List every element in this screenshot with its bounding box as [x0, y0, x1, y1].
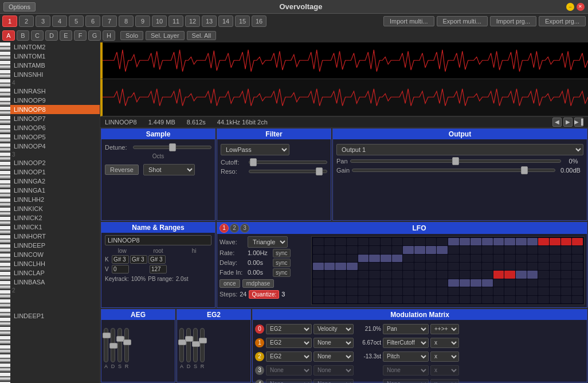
num-tab-16[interactable]: 16 — [252, 15, 266, 27]
lfo-cell[interactable] — [335, 255, 346, 262]
fadein-sync-button[interactable]: sync — [273, 268, 291, 277]
lfo-cell[interactable] — [381, 246, 391, 253]
num-tab-1[interactable]: 1 — [2, 15, 17, 27]
mod-1-dest[interactable]: FilterCutoff — [383, 338, 429, 348]
instrument-item[interactable]: LINNICK2 — [10, 213, 100, 222]
mod-3-modsource[interactable]: None — [313, 365, 354, 376]
lfo-cell[interactable] — [538, 271, 549, 278]
lfo-cell[interactable] — [460, 279, 471, 287]
lfo-cell[interactable] — [471, 296, 481, 303]
lfo-cell[interactable] — [403, 255, 414, 262]
lfo-cell[interactable] — [313, 238, 324, 245]
lfo-cell[interactable] — [347, 296, 358, 303]
lfo-cell[interactable] — [313, 296, 324, 303]
mod-0-modsource[interactable]: Velocity — [313, 324, 354, 334]
lfo-cell[interactable] — [335, 238, 346, 245]
lfo-cell[interactable] — [471, 279, 481, 287]
lfo-cell[interactable] — [482, 255, 493, 262]
lfo-cell[interactable] — [358, 271, 369, 278]
lfo-cell[interactable] — [516, 287, 527, 295]
rate-sync-button[interactable]: sync — [273, 249, 291, 257]
mod-2-destmod[interactable]: x — [430, 351, 459, 362]
gain-slider[interactable] — [352, 169, 555, 172]
lfo-cell[interactable] — [561, 255, 572, 262]
mod-1-destmod[interactable]: x — [430, 338, 459, 348]
lfo-cell[interactable] — [448, 296, 459, 303]
num-tab-6[interactable]: 6 — [85, 15, 100, 27]
lfo-cell[interactable] — [561, 287, 572, 295]
lfo-cell[interactable] — [448, 238, 459, 245]
lfo-cell[interactable] — [482, 279, 493, 287]
output-select[interactable]: Output 1 — [336, 144, 583, 155]
options-button[interactable]: Options — [3, 2, 36, 11]
import-multi-button[interactable]: Import multi... — [383, 16, 434, 26]
lfo-cell[interactable] — [516, 246, 527, 253]
lfo-cell[interactable] — [504, 263, 515, 270]
eg2-sustain-slider[interactable] — [193, 328, 198, 362]
lfo-cell[interactable] — [448, 287, 459, 295]
lfo-cell[interactable] — [504, 279, 515, 287]
lfo-cell[interactable] — [538, 255, 549, 262]
lfo-cell[interactable] — [493, 287, 504, 295]
pan-slider[interactable] — [350, 159, 561, 163]
lfo-cell[interactable] — [426, 279, 437, 287]
aeg-decay-slider[interactable] — [111, 328, 115, 362]
lfo-cell[interactable] — [358, 296, 369, 303]
lfo-cell[interactable] — [392, 255, 403, 262]
lfo-cell[interactable] — [358, 279, 369, 287]
lfo-cell[interactable] — [403, 287, 414, 295]
lfo-cell[interactable] — [335, 296, 346, 303]
instrument-item[interactable]: LINNBASA — [10, 278, 100, 287]
lfo-cell[interactable] — [347, 263, 358, 270]
lfo-cell[interactable] — [550, 263, 560, 270]
lfo-cell[interactable] — [392, 271, 403, 278]
mod-3-dest[interactable]: None — [383, 365, 429, 376]
lfo-cell[interactable] — [392, 238, 403, 245]
lfo-cell[interactable] — [448, 255, 459, 262]
aeg-release-slider[interactable] — [124, 328, 129, 362]
letter-tab-e[interactable]: E — [60, 30, 72, 41]
lfo-cell[interactable] — [550, 255, 560, 262]
reso-slider[interactable] — [249, 170, 327, 173]
lfo-cell[interactable] — [414, 296, 425, 303]
lfo-cell[interactable] — [493, 255, 504, 262]
lfo-cell[interactable] — [527, 296, 538, 303]
lfo-cell[interactable] — [471, 263, 481, 270]
instrument-item[interactable]: LINDEEP1 — [10, 311, 100, 321]
lfo-cell[interactable] — [572, 279, 583, 287]
lfo-cell[interactable] — [313, 255, 324, 262]
lfo-cell[interactable] — [324, 263, 335, 270]
lfo-cell[interactable] — [572, 238, 583, 245]
lfo-cell[interactable] — [460, 246, 471, 253]
lfo-cell[interactable] — [504, 255, 515, 262]
lfo-cell[interactable] — [527, 271, 538, 278]
mod-0-dest[interactable]: Pan — [383, 324, 429, 334]
lfo-cell[interactable] — [358, 263, 369, 270]
import-prg-button[interactable]: Import prg... — [490, 16, 536, 26]
lfo-tab-2[interactable]: 2 — [230, 224, 239, 233]
lfo-cell[interactable] — [403, 296, 414, 303]
mod-0-destmod[interactable]: ++>++ — [430, 324, 459, 334]
close-button[interactable]: ✕ — [577, 3, 585, 11]
lfo-cell[interactable] — [414, 271, 425, 278]
instrument-item[interactable]: LINNRASH — [10, 87, 100, 96]
instrument-item[interactable]: LINNLHH2 — [10, 195, 100, 204]
instrument-item[interactable]: LINNKICK — [10, 204, 100, 213]
lfo-cell[interactable] — [493, 271, 504, 278]
lfo-cell[interactable] — [392, 287, 403, 295]
lfo-cell[interactable] — [324, 246, 335, 253]
sel-all-button[interactable]: Sel. All — [187, 31, 217, 40]
lfo-cell[interactable] — [448, 271, 459, 278]
lfo-cell[interactable] — [482, 287, 493, 295]
lfo-cell[interactable] — [426, 263, 437, 270]
num-tab-8[interactable]: 8 — [119, 15, 134, 27]
lfo-tab-1[interactable]: 1 — [219, 224, 229, 233]
lfo-cell[interactable] — [448, 263, 459, 270]
lfo-cell[interactable] — [538, 279, 549, 287]
lfo-cell[interactable] — [493, 279, 504, 287]
lfo-cell[interactable] — [347, 255, 358, 262]
nav-end-button[interactable]: ▶▐ — [574, 118, 583, 127]
num-tab-5[interactable]: 5 — [69, 15, 84, 27]
lfo-cell[interactable] — [482, 238, 493, 245]
lfo-cell[interactable] — [471, 238, 481, 245]
